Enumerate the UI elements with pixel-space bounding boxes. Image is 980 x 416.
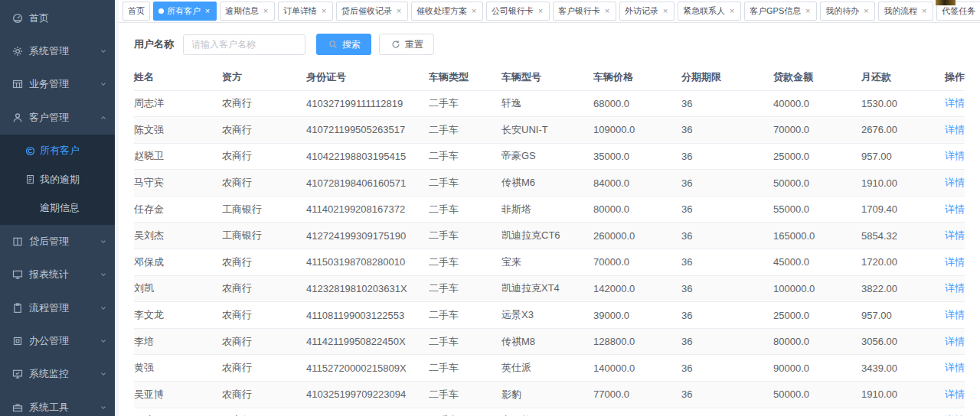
table-cell: 90000.0 [773, 355, 861, 382]
detail-link[interactable]: 详情 [945, 229, 965, 241]
table-cell: 二手车 [429, 249, 501, 276]
table-cell: 二手车 [429, 170, 501, 197]
tab-close-icon[interactable]: × [204, 7, 211, 15]
detail-link[interactable]: 详情 [945, 336, 965, 347]
sidebar-subitem-3-1[interactable]: 我的逾期 [0, 165, 115, 194]
content-area: 首页所有客户×逾期信息×订单详情×贷后催收记录×催收处理方案×公司银行卡×客户银… [119, 0, 980, 416]
table-cell: 70000.0 [773, 117, 861, 144]
table-cell: 411503198708280010 [306, 249, 429, 276]
table-cell: 农商行 [222, 302, 306, 329]
table-cell: 二手车 [429, 196, 501, 223]
tab-label: 紧急联系人 [683, 5, 725, 17]
tab-close-icon[interactable]: × [804, 7, 812, 15]
tab-close-icon[interactable]: × [662, 7, 669, 15]
tab-close-icon[interactable]: × [470, 7, 478, 15]
chevron-up-icon [100, 114, 107, 122]
detail-link[interactable]: 详情 [945, 124, 965, 135]
sidebar-item-9[interactable]: 系统工具 [0, 391, 115, 416]
table-cell: 农商行 [222, 143, 306, 170]
table-cell: 70000.0 [593, 249, 681, 276]
sidebar-subitem-3-2[interactable]: 逾期信息 [0, 194, 115, 223]
sidebar-item-5[interactable]: 报表统计 [0, 258, 115, 291]
tab-label: 首页 [128, 5, 145, 17]
table-cell: 36 [681, 143, 773, 170]
table-header-row: 姓名资方身份证号车辆类型车辆型号车辆价格分期期限贷款金额月还款操作 [134, 65, 965, 90]
tab-6[interactable]: 公司银行卡× [486, 2, 550, 21]
tab-close-icon[interactable]: × [862, 7, 870, 15]
table-cell: 二手车 [429, 143, 501, 170]
table-cell: 1910.00 [861, 408, 945, 416]
tab-12[interactable]: 我的流程× [878, 2, 933, 21]
table-cell: 任存金 [134, 196, 222, 223]
sidebar-item-8[interactable]: 系统监控 [0, 358, 115, 391]
gear-icon [11, 46, 23, 57]
column-header: 身份证号 [306, 65, 429, 90]
search-button[interactable]: 搜索 [316, 34, 371, 55]
sidebar-item-2[interactable]: 业务管理 [0, 68, 115, 101]
tab-3[interactable]: 订单详情× [278, 2, 333, 21]
table-row: 吴刘杰工商银行412724199309175190二手车凯迪拉克CT626000… [134, 223, 965, 249]
table-cell: 1720.00 [861, 249, 945, 276]
tab-close-icon[interactable]: × [603, 7, 611, 15]
table-cell: 36 [681, 382, 773, 408]
table-cell: 100000.0 [773, 275, 861, 302]
table-cell: 36 [681, 408, 773, 416]
sidebar-item-3[interactable]: 客户管理 [0, 101, 115, 134]
table-cell: 1910.00 [861, 170, 945, 197]
tab-4[interactable]: 贷后催收记录× [336, 2, 408, 21]
detail-link[interactable]: 详情 [945, 97, 965, 109]
tab-close-icon[interactable]: × [537, 7, 544, 15]
table-cell: 农商行 [222, 408, 306, 416]
tab-7[interactable]: 客户银行卡× [553, 2, 616, 21]
chevron-down-icon [100, 80, 107, 88]
table-cell: 农商行 [222, 170, 306, 197]
table-cell: 二手车 [429, 275, 501, 302]
tab-9[interactable]: 紧急联系人× [678, 2, 741, 21]
table-cell: 农商行 [222, 275, 306, 302]
sidebar-subitem-label: 所有客户 [40, 144, 80, 158]
sidebar-item-label: 办公管理 [29, 334, 69, 348]
tab-close-icon[interactable]: × [320, 7, 328, 15]
tab-1[interactable]: 所有客户× [153, 2, 217, 21]
tab-label: 贷后催收记录 [341, 5, 392, 17]
customer-name-input[interactable] [183, 34, 305, 55]
table-cell: 3056.00 [861, 328, 945, 355]
tab-label: 代签任务 [942, 5, 975, 17]
table-cell: 马守宾 [134, 170, 222, 197]
reset-button[interactable]: 重置 [379, 34, 434, 55]
table-cell: 轩逸 [501, 90, 593, 117]
clipboard-icon [11, 302, 23, 314]
tab-8[interactable]: 外访记录× [619, 2, 675, 21]
detail-link[interactable]: 详情 [945, 309, 965, 320]
sidebar-item-7[interactable]: 办公管理 [0, 324, 115, 357]
sidebar-item-6[interactable]: 流程管理 [0, 291, 115, 324]
table-cell: 3439.00 [861, 355, 945, 382]
table-cell: 411081199003122553 [306, 302, 429, 329]
tab-11[interactable]: 我的待办× [820, 2, 875, 21]
table-cell: 36 [681, 196, 773, 223]
sidebar-subitem-3-0[interactable]: 所有客户 [0, 137, 115, 166]
tab-label: 外访记录 [625, 5, 658, 17]
detail-link[interactable]: 详情 [945, 388, 965, 400]
sidebar-item-4[interactable]: 贷后管理 [0, 225, 115, 258]
sidebar-item-1[interactable]: 系统管理 [0, 34, 115, 67]
tab-close-icon[interactable]: × [728, 7, 736, 15]
detail-link[interactable]: 详情 [945, 150, 965, 161]
sidebar-item-0[interactable]: 首页 [0, 2, 115, 34]
detail-link[interactable]: 详情 [945, 282, 965, 294]
tab-0[interactable]: 首页 [122, 2, 150, 21]
tab-close-icon[interactable]: × [262, 7, 270, 15]
tab-close-icon[interactable]: × [395, 7, 403, 15]
detail-link[interactable]: 详情 [945, 362, 965, 373]
detail-link[interactable]: 详情 [945, 256, 965, 268]
detail-link[interactable]: 详情 [945, 177, 965, 188]
tab-5[interactable]: 催收处理方案× [411, 2, 483, 21]
sidebar-submenu: 所有客户我的逾期逾期信息 [0, 135, 115, 226]
tab-2[interactable]: 逾期信息× [220, 2, 275, 21]
tab-10[interactable]: 客户GPS信息× [744, 2, 817, 21]
table-cell: 英仕派 [501, 355, 593, 382]
tab-close-icon[interactable]: × [920, 7, 928, 15]
detail-link[interactable]: 详情 [945, 203, 965, 215]
table-row: 刘凯农商行41232819810203631X二手车凯迪拉克XT4142000.… [134, 275, 965, 302]
refresh-icon [390, 39, 401, 50]
